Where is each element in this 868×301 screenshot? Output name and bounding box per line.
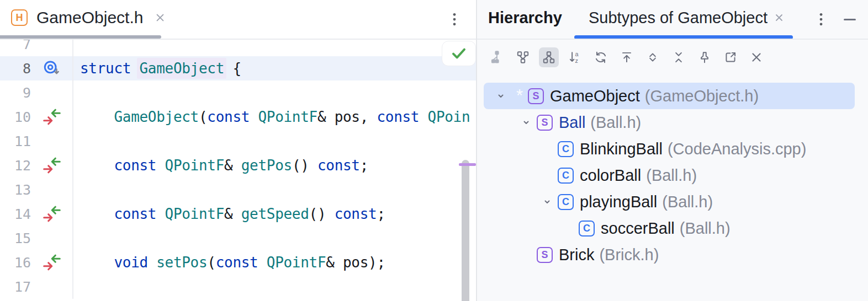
refresh-icon[interactable] (591, 47, 611, 67)
tree-item-soccerBall[interactable]: CsoccerBall(Ball.h) (484, 215, 855, 241)
chevron-down-icon[interactable] (490, 85, 511, 106)
code-segment: QPointF (165, 157, 224, 174)
open-in-new-window-icon[interactable] (721, 47, 740, 67)
code-line-text[interactable]: const QPointF& getSpeed() const; (72, 202, 476, 226)
nav-arrows-gutter-icon[interactable] (41, 204, 62, 224)
class-hierarchy-icon (487, 47, 507, 67)
code-line-text[interactable] (72, 275, 476, 299)
tree-item-name: GameObject (550, 87, 640, 105)
code-segment (80, 206, 114, 222)
code-segment: QPointF (267, 254, 326, 271)
tree-item-GameObject[interactable]: *SGameObject(GameObject.h) (484, 83, 855, 109)
line-number: 8 (0, 61, 31, 77)
gutter (31, 105, 72, 129)
code-line-text[interactable] (72, 80, 476, 105)
line-number: 14 (0, 206, 31, 222)
editor-line[interactable]: 16 void setPos(const QPointF& pos); (0, 250, 476, 275)
code-segment: getSpeed (241, 206, 309, 222)
editor-line[interactable]: 9 (0, 80, 476, 105)
subtypes-hierarchy-icon[interactable] (539, 47, 559, 67)
line-number: 15 (0, 230, 31, 246)
hierarchy-title: Hierarchy (488, 0, 562, 35)
nav-arrows-gutter-icon[interactable] (41, 107, 62, 127)
code-segment: GameObject (114, 109, 199, 125)
editor-panel-splitter[interactable] (476, 0, 477, 301)
chevron-down-icon[interactable] (516, 112, 537, 133)
line-number: 10 (0, 109, 31, 125)
editor-line[interactable]: 17 (0, 275, 476, 299)
tree-item-name: Ball (559, 114, 585, 132)
tree-item-colorBall[interactable]: CcolorBall(Ball.h) (484, 162, 855, 189)
gutter (31, 178, 72, 202)
gutter (31, 275, 72, 299)
editor-line[interactable]: 13 (0, 178, 476, 202)
editor-line[interactable]: 14 const QPointF& getSpeed() const; (0, 202, 476, 226)
code-segment: const (114, 206, 165, 222)
gutter (31, 56, 72, 80)
code-segment: & pos); (326, 254, 385, 271)
tab-close-icon[interactable] (153, 10, 167, 25)
code-segment: const (216, 254, 267, 271)
nav-arrows-gutter-icon[interactable] (41, 155, 62, 175)
hide-tool-window-icon[interactable] (839, 9, 860, 30)
code-line-text[interactable] (72, 178, 476, 202)
editor-line[interactable]: 12 const QPointF& getPos() const; (0, 153, 476, 178)
code-segment: QPointF (258, 109, 317, 125)
pin-icon[interactable] (695, 47, 714, 67)
line-number: 13 (0, 182, 31, 198)
tree-item-Brick[interactable]: SBrick(Brick.h) (484, 241, 855, 268)
code-segment: const (335, 206, 377, 222)
tree-item-file: (Ball.h) (680, 219, 731, 238)
hierarchy-options-kebab-icon[interactable] (811, 9, 832, 30)
code-segment (80, 157, 114, 174)
line-number: 12 (0, 158, 31, 174)
code-segment: ( (207, 254, 215, 271)
tab-subtypes-of-gameobject[interactable]: Subtypes of GameObject (589, 0, 768, 35)
nav-arrows-gutter-icon[interactable] (41, 252, 62, 272)
hierarchy-tab-close-icon[interactable] (769, 7, 790, 28)
tree-item-Ball[interactable]: SBall(Ball.h) (484, 109, 855, 136)
tree-item-playingBall[interactable]: CplayingBall(Ball.h) (484, 189, 855, 215)
editor-tab-gameobject-h[interactable]: H GameObject.h (0, 0, 167, 35)
editor-code-area[interactable]: 78struct GameObject {910 GameObject(cons… (0, 32, 476, 299)
chevron-slot-empty (558, 218, 579, 239)
code-segment: QPointF (165, 206, 224, 222)
gutter (31, 129, 72, 153)
tree-item-BlinkingBall[interactable]: CBlinkingBall(CodeAnalysis.cpp) (484, 136, 855, 162)
chevron-down-icon[interactable] (537, 191, 558, 212)
move-up-icon[interactable] (617, 47, 637, 67)
chevron-slot-empty (537, 138, 558, 159)
supertypes-hierarchy-icon[interactable] (513, 47, 533, 67)
line-number: 17 (0, 279, 31, 295)
tree-item-file: (Ball.h) (590, 114, 641, 132)
code-segment: QPoin (428, 109, 470, 125)
inspections-widget[interactable] (442, 41, 476, 66)
editor-options-kebab-icon[interactable] (444, 9, 465, 30)
editor-line[interactable]: 10 GameObject(const QPointF& pos, const … (0, 105, 476, 129)
code-line-text[interactable] (72, 226, 476, 250)
editor-scrollbar-thumb[interactable] (462, 160, 469, 301)
code-line-text[interactable] (72, 129, 476, 153)
tree-item-file: (CodeAnalysis.cpp) (668, 140, 806, 158)
class-icon: C (558, 194, 574, 210)
code-line-text[interactable]: GameObject(const QPointF& pos, const QPo… (72, 105, 476, 129)
editor-line[interactable]: 11 (0, 129, 476, 153)
editor-line[interactable]: 15 (0, 226, 476, 250)
code-line-text[interactable]: const QPointF& getPos() const; (72, 153, 476, 178)
collapse-all-icon[interactable] (669, 47, 689, 67)
subclassed-gutter-icon[interactable] (43, 59, 61, 78)
code-segment: & (224, 206, 241, 222)
struct-icon: S (528, 88, 544, 104)
close-icon[interactable] (747, 47, 766, 67)
sort-alphabetically-icon[interactable]: az (565, 47, 585, 67)
line-number: 16 (0, 255, 31, 271)
code-line-text[interactable]: struct GameObject { (72, 56, 476, 80)
code-segment: ; (377, 206, 385, 222)
code-segment: & (224, 157, 241, 174)
hierarchy-tool-window: Hierarchy Subtypes of GameObject az *SGa… (477, 0, 868, 301)
editor-pane: 78struct GameObject {910 GameObject(cons… (0, 0, 476, 301)
code-line-text[interactable]: void setPos(const QPointF& pos); (72, 250, 476, 275)
gutter (31, 202, 72, 226)
expand-all-icon[interactable] (643, 47, 663, 67)
editor-line[interactable]: 8struct GameObject { (0, 56, 476, 80)
